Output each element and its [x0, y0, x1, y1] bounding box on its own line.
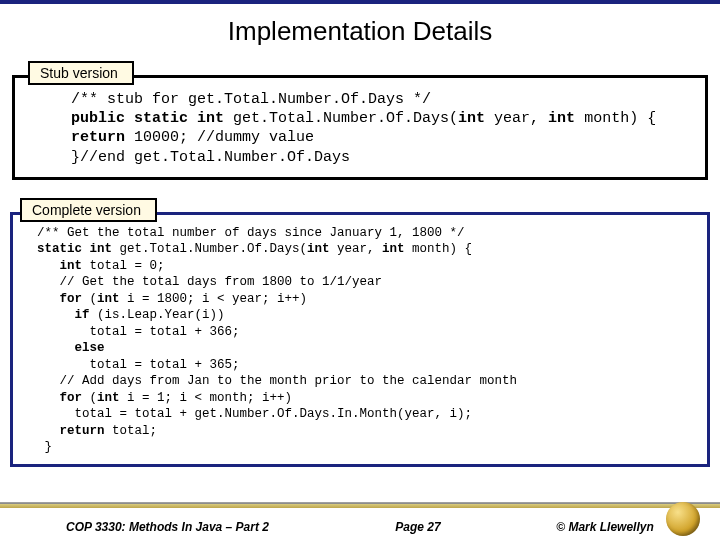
page-title: Implementation Details [0, 16, 720, 47]
top-accent-bar [0, 0, 720, 4]
footer-page: Page 27 [330, 520, 506, 534]
stub-version-label: Stub version [28, 61, 134, 85]
footer-divider [0, 502, 720, 508]
ucf-logo-icon [666, 502, 700, 536]
complete-version-label: Complete version [20, 198, 157, 222]
complete-code-block: /** Get the total number of days since J… [10, 212, 710, 467]
footer-course: COP 3330: Methods In Java – Part 2 [16, 520, 330, 534]
footer: COP 3330: Methods In Java – Part 2 Page … [0, 520, 720, 534]
stub-code-block: /** stub for get.Total.Number.Of.Days */… [12, 75, 708, 180]
